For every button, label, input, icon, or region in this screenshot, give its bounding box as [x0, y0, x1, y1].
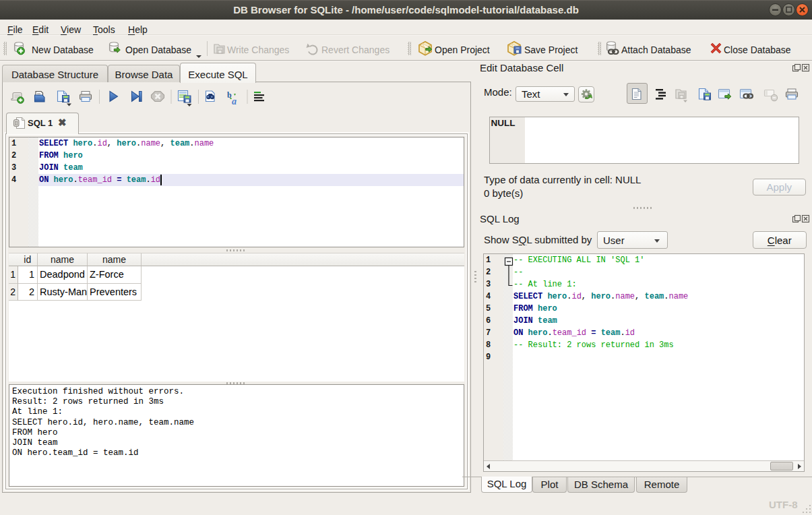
svg-text:a: a — [232, 96, 237, 107]
